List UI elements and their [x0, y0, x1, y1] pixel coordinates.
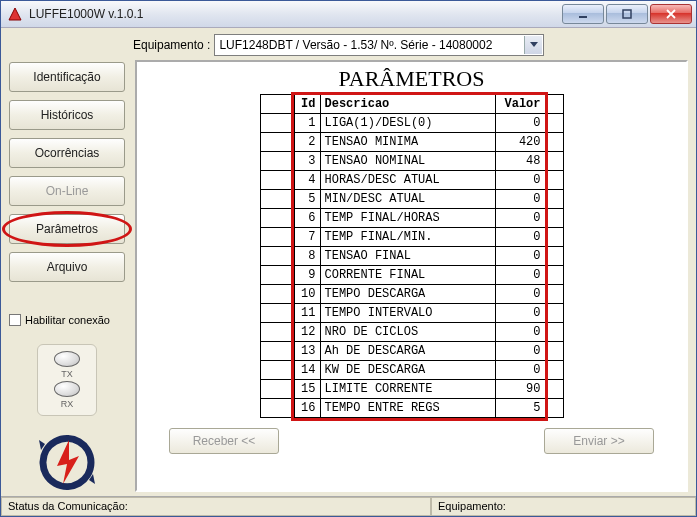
equipamento-value: LUF1248DBT / Versão - 1.53/ Nº. Série - …	[219, 38, 492, 52]
tx-led	[54, 351, 80, 367]
table-row[interactable]: 7TEMP FINAL/MIN.0	[260, 228, 563, 247]
table-row[interactable]: 12NRO DE CICLOS0	[260, 323, 563, 342]
cell-desc: TENSAO FINAL	[320, 247, 495, 266]
cell-desc: TEMPO INTERVALO	[320, 304, 495, 323]
table-row[interactable]: 3TENSAO NOMINAL48	[260, 152, 563, 171]
cell-id: 14	[294, 361, 320, 380]
equipamento-select[interactable]: LUF1248DBT / Versão - 1.53/ Nº. Série - …	[214, 34, 544, 56]
table-row[interactable]: 1LIGA(1)/DESL(0)0	[260, 114, 563, 133]
cell-id: 12	[294, 323, 320, 342]
table-row[interactable]: 4HORAS/DESC ATUAL0	[260, 171, 563, 190]
cell-blank2	[545, 209, 563, 228]
cell-id: 15	[294, 380, 320, 399]
cell-blank	[260, 380, 294, 399]
status-comunicacao: Status da Comunicação:	[1, 497, 431, 516]
table-row[interactable]: 15LIMITE CORRENTE90	[260, 380, 563, 399]
table-row[interactable]: 16TEMPO ENTRE REGS5	[260, 399, 563, 418]
cell-blank	[260, 285, 294, 304]
cell-blank2	[545, 228, 563, 247]
cell-desc: LIGA(1)/DESL(0)	[320, 114, 495, 133]
cell-desc: TEMP FINAL/HORAS	[320, 209, 495, 228]
table-row[interactable]: 13Ah DE DESCARGA0	[260, 342, 563, 361]
cell-blank2	[545, 114, 563, 133]
cell-id: 9	[294, 266, 320, 285]
cell-val: 0	[495, 114, 545, 133]
tx-label: TX	[61, 369, 73, 379]
cell-val: 0	[495, 342, 545, 361]
cell-val: 0	[495, 285, 545, 304]
table-row[interactable]: 14KW DE DESCARGA0	[260, 361, 563, 380]
table-row[interactable]: 9CORRENTE FINAL0	[260, 266, 563, 285]
cell-val: 0	[495, 361, 545, 380]
table-row[interactable]: 6TEMP FINAL/HORAS0	[260, 209, 563, 228]
cell-blank2	[545, 190, 563, 209]
nav-online[interactable]: On-Line	[9, 176, 125, 206]
close-button[interactable]	[650, 4, 692, 24]
table-row[interactable]: 2TENSAO MINIMA420	[260, 133, 563, 152]
habilitar-conexao-checkbox[interactable]	[9, 314, 21, 326]
cell-desc: LIMITE CORRENTE	[320, 380, 495, 399]
cell-blank2	[545, 380, 563, 399]
col-blank-header	[260, 95, 294, 114]
cell-val: 90	[495, 380, 545, 399]
cell-id: 10	[294, 285, 320, 304]
main-row: Identificação Históricos Ocorrências On-…	[1, 60, 696, 496]
svg-rect-0	[579, 16, 587, 18]
cell-val: 48	[495, 152, 545, 171]
cell-id: 6	[294, 209, 320, 228]
cell-val: 0	[495, 266, 545, 285]
maximize-button[interactable]	[606, 4, 648, 24]
col-val-header: Valor	[495, 95, 545, 114]
cell-id: 2	[294, 133, 320, 152]
rx-led	[54, 381, 80, 397]
cell-id: 8	[294, 247, 320, 266]
cell-blank2	[545, 247, 563, 266]
cell-desc: CORRENTE FINAL	[320, 266, 495, 285]
col-id-header: Id	[294, 95, 320, 114]
nav-ocorrencias[interactable]: Ocorrências	[9, 138, 125, 168]
cell-blank2	[545, 152, 563, 171]
receber-button[interactable]: Receber <<	[169, 428, 279, 454]
rx-label: RX	[61, 399, 74, 409]
cell-desc: HORAS/DESC ATUAL	[320, 171, 495, 190]
action-button-row: Receber << Enviar >>	[139, 428, 684, 460]
minimize-button[interactable]	[562, 4, 604, 24]
cell-id: 3	[294, 152, 320, 171]
panel-title: PARÂMETROS	[139, 64, 684, 92]
nav-identificacao[interactable]: Identificação	[9, 62, 125, 92]
cell-desc: TENSAO NOMINAL	[320, 152, 495, 171]
sidebar: Identificação Históricos Ocorrências On-…	[9, 60, 125, 492]
svg-rect-1	[623, 10, 631, 18]
cell-val: 0	[495, 190, 545, 209]
table-row[interactable]: 5MIN/DESC ATUAL0	[260, 190, 563, 209]
cell-blank	[260, 190, 294, 209]
app-window: LUFFE1000W v.1.0.1 Equipamento : LUF1248…	[0, 0, 697, 517]
cell-blank	[260, 247, 294, 266]
table-row[interactable]: 11TEMPO INTERVALO0	[260, 304, 563, 323]
content-area: Equipamento : LUF1248DBT / Versão - 1.53…	[1, 28, 696, 496]
cell-val: 0	[495, 209, 545, 228]
table-row[interactable]: 8TENSAO FINAL0	[260, 247, 563, 266]
cell-desc: TEMP FINAL/MIN.	[320, 228, 495, 247]
cell-blank2	[545, 361, 563, 380]
nav-arquivo[interactable]: Arquivo	[9, 252, 125, 282]
nav-historicos[interactable]: Históricos	[9, 100, 125, 130]
parametros-panel: PARÂMETROS Id Descricao Valor	[135, 60, 688, 492]
cell-blank	[260, 304, 294, 323]
cell-id: 1	[294, 114, 320, 133]
cell-blank2	[545, 323, 563, 342]
cell-desc: MIN/DESC ATUAL	[320, 190, 495, 209]
cell-id: 13	[294, 342, 320, 361]
cell-id: 5	[294, 190, 320, 209]
cell-id: 4	[294, 171, 320, 190]
cell-id: 11	[294, 304, 320, 323]
status-bar: Status da Comunicação: Equipamento:	[1, 496, 696, 516]
equipamento-label: Equipamento :	[133, 38, 210, 52]
table-row[interactable]: 10TEMPO DESCARGA0	[260, 285, 563, 304]
title-bar: LUFFE1000W v.1.0.1	[1, 1, 696, 28]
cell-desc: TEMPO ENTRE REGS	[320, 399, 495, 418]
enviar-button[interactable]: Enviar >>	[544, 428, 654, 454]
nav-parametros[interactable]: Parâmetros	[9, 214, 125, 244]
cell-val: 0	[495, 228, 545, 247]
cell-val: 0	[495, 247, 545, 266]
